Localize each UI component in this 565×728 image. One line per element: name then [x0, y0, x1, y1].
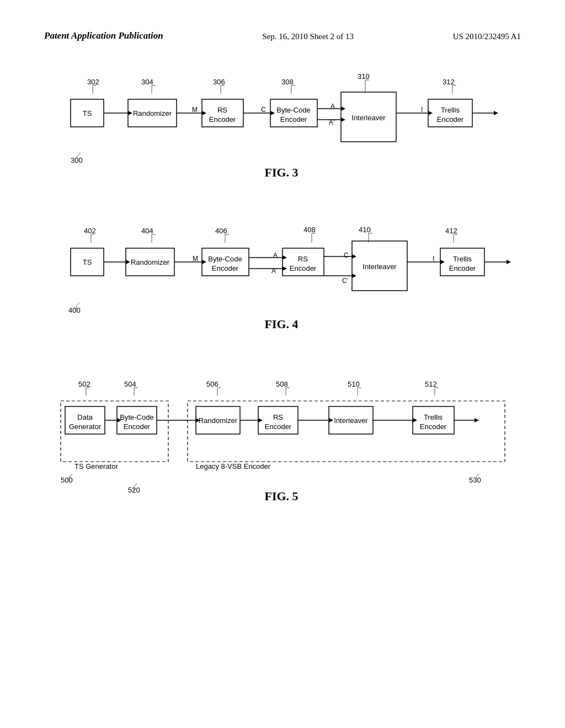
signal-m-fig3: M	[192, 106, 198, 114]
ref-510: 510	[348, 380, 360, 388]
signal-a-fig3: A	[331, 103, 335, 110]
svg-marker-23	[270, 111, 275, 115]
ref-500: 500	[61, 476, 73, 484]
legacy-encoder-label: Legacy 8-VSB Encoder	[196, 462, 271, 470]
ref-410: 410	[359, 226, 371, 234]
trellis-box-label1-fig3: Trellis	[441, 106, 460, 114]
rs-encoder-box-label2-fig4: Encoder	[290, 264, 317, 272]
ref-512: 512	[425, 380, 437, 388]
bytecode-box-label2-fig4: Encoder	[212, 264, 239, 272]
publication-label: Patent Application Publication	[44, 30, 163, 41]
randomizer-box-label-fig5: Randomizer	[199, 416, 238, 425]
svg-marker-19	[128, 111, 132, 115]
signal-c-fig3: C	[261, 106, 266, 114]
signal-m-fig4: M	[193, 255, 198, 263]
ref-400-fig4: 400	[68, 306, 81, 314]
signal-c-fig4: C	[344, 251, 349, 259]
ref-312: 312	[443, 78, 455, 86]
svg-marker-27	[341, 117, 345, 122]
interleaver-box-label-fig3: Interleaver	[351, 114, 386, 122]
bytecode-box-label2-fig5: Encoder	[124, 422, 151, 431]
svg-marker-21	[202, 111, 206, 115]
trellis-box-label2-fig3: Encoder	[437, 115, 464, 124]
randomizer-box-label-fig4: Randomizer	[131, 258, 170, 266]
figure-3: 302 304 306 308 310	[33, 69, 532, 190]
ref-404: 404	[141, 227, 153, 235]
svg-marker-63	[352, 274, 356, 278]
ref-408: 408	[303, 226, 316, 234]
svg-marker-65	[440, 260, 445, 264]
ref-310: 310	[358, 72, 370, 81]
ts-box-label-fig4: TS	[83, 258, 92, 266]
diagrams-area: 302 304 306 308 310	[0, 52, 565, 554]
ref-502: 502	[78, 380, 90, 388]
ts-generator-label: TS Generator	[74, 462, 118, 470]
page: Patent Application Publication Sep. 16, …	[0, 0, 565, 728]
svg-marker-57	[282, 255, 287, 260]
svg-marker-31	[494, 111, 498, 115]
ref-308: 308	[281, 78, 294, 86]
ref-402: 402	[84, 227, 96, 235]
randomizer-box-label-fig3: Randomizer	[133, 109, 172, 117]
ref-302: 302	[87, 78, 99, 86]
patent-number-label: US 2010/232495 A1	[453, 30, 521, 41]
trellis-box-label1-fig4: Trellis	[453, 255, 472, 263]
ref-406: 406	[215, 227, 227, 235]
fig3-label: FIG. 3	[264, 165, 298, 179]
bytecode-box-label1-fig5: Byte-Code	[120, 413, 153, 421]
rs-encoder-box-label-fig4: RS	[298, 255, 308, 263]
svg-marker-55	[202, 260, 206, 264]
ref-300-fig3: 300	[71, 156, 83, 164]
rs-encoder-box-label-fig5: RS	[273, 413, 283, 421]
date-sheet-label: Sep. 16, 2010 Sheet 2 of 13	[262, 30, 354, 41]
svg-marker-59	[282, 266, 287, 271]
svg-marker-67	[507, 260, 511, 264]
svg-rect-71	[188, 401, 505, 462]
trellis-box-label1-fig5: Trellis	[424, 413, 443, 421]
bytecode-box-label1-fig4: Byte-Code	[208, 255, 242, 263]
ts-box-label-fig3: TS	[83, 109, 92, 117]
figure-5: 502 504 506 508 510	[33, 372, 532, 510]
ref-412: 412	[445, 227, 457, 235]
ref-504: 504	[124, 380, 136, 388]
svg-marker-99	[413, 418, 417, 422]
ref-530: 530	[469, 476, 481, 484]
svg-marker-25	[341, 106, 345, 111]
svg-marker-95	[258, 418, 263, 422]
fig4-label: FIG. 4	[264, 317, 298, 331]
rs-encoder-box-label-fig3: RS	[217, 106, 227, 114]
signal-a-fig4: A	[273, 251, 278, 259]
ref-306: 306	[213, 78, 225, 86]
svg-marker-97	[329, 418, 333, 422]
trellis-box-label2-fig5: Encoder	[420, 422, 447, 431]
signal-i-fig3: I	[421, 106, 423, 114]
trellis-box-label2-fig4: Encoder	[449, 264, 476, 272]
svg-marker-61	[352, 254, 356, 259]
interleaver-box-label-fig5: Interleaver	[334, 416, 368, 425]
data-gen-box-label1: Data	[77, 413, 93, 421]
signal-i-fig4: I	[433, 255, 434, 263]
bytecode-box-label2-fig3: Encoder	[280, 115, 307, 124]
rs-encoder-box-label2-fig3: Encoder	[209, 115, 236, 124]
rs-encoder-box-label2-fig5: Encoder	[265, 422, 292, 431]
ref-304: 304	[141, 78, 153, 86]
interleaver-box-label-fig4: Interleaver	[363, 263, 397, 271]
figure-4: 402 404 406 408 410	[33, 218, 532, 345]
svg-rect-70	[61, 401, 168, 462]
ref-506: 506	[206, 380, 218, 388]
svg-marker-53	[126, 260, 130, 264]
signal-cprime-fig4: C'	[342, 277, 348, 285]
data-gen-box-label2: Generator	[69, 422, 102, 431]
svg-marker-101	[475, 418, 479, 422]
svg-marker-29	[428, 111, 433, 115]
ref-508: 508	[276, 380, 288, 388]
bytecode-box-label1-fig3: Byte-Code	[276, 106, 310, 114]
fig5-label: FIG. 5	[264, 489, 298, 503]
header: Patent Application Publication Sep. 16, …	[0, 0, 565, 52]
